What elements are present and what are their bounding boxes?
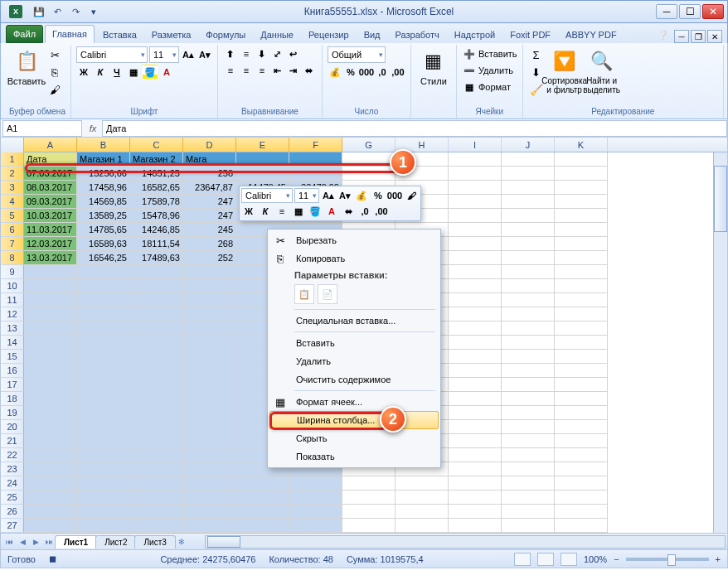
cell[interactable] [449, 152, 502, 167]
ctx-format-cells[interactable]: ▦Формат ячеек... [269, 393, 439, 411]
cell[interactable] [130, 364, 183, 378]
row-header-8[interactable]: 8 [1, 251, 24, 265]
cell[interactable] [502, 265, 555, 279]
cell[interactable] [555, 152, 608, 167]
cell[interactable]: 14851,25 [130, 167, 183, 181]
cell[interactable] [396, 476, 449, 491]
mini-bold[interactable]: Ж [241, 204, 256, 219]
cell[interactable]: 16582,65 [130, 181, 183, 195]
italic-button[interactable]: К [93, 65, 108, 80]
new-sheet-button[interactable]: ✻ [175, 535, 188, 549]
macro-record-icon[interactable]: ◼ [49, 553, 56, 564]
cell[interactable]: 16589,63 [77, 237, 130, 251]
sheet-nav-prev[interactable]: ◀ [16, 535, 29, 549]
column-headers[interactable]: ABCDEFGHIJK [1, 138, 727, 152]
comma-icon[interactable]: 000 [359, 65, 374, 80]
cell[interactable] [77, 420, 130, 434]
cell[interactable] [24, 420, 77, 434]
cell[interactable] [555, 279, 608, 293]
cell[interactable] [555, 167, 608, 181]
cell[interactable] [502, 336, 555, 350]
tab-formulas[interactable]: Формулы [199, 27, 252, 43]
cell[interactable] [77, 434, 130, 448]
cell[interactable] [77, 462, 130, 476]
cell[interactable] [77, 364, 130, 378]
cell[interactable] [24, 279, 77, 293]
cell[interactable]: 23647,87 [183, 181, 236, 195]
cell[interactable]: 15478,96 [130, 209, 183, 223]
cell[interactable] [77, 378, 130, 392]
format-painter-icon[interactable]: 🖌 [46, 81, 63, 98]
cell[interactable] [555, 434, 608, 448]
cell[interactable] [502, 519, 555, 533]
cell[interactable] [502, 223, 555, 237]
cell[interactable] [555, 251, 608, 265]
cell[interactable] [555, 195, 608, 209]
cell[interactable]: 247 [183, 195, 236, 209]
cell[interactable] [342, 491, 396, 505]
cell[interactable] [502, 307, 555, 321]
cell[interactable] [183, 378, 236, 392]
mini-font-combo[interactable]: Calibri [241, 188, 293, 203]
cell[interactable] [555, 364, 608, 378]
cell[interactable] [555, 519, 608, 533]
cell[interactable]: Магазин 2 [130, 152, 183, 167]
autosum-icon[interactable]: Σ [528, 46, 545, 63]
cell[interactable] [77, 406, 130, 420]
orientation-icon[interactable]: ⤢ [270, 46, 285, 61]
cell[interactable] [342, 167, 396, 181]
cell[interactable] [449, 476, 502, 491]
find-select-button[interactable]: 🔍 Найти и выделить [585, 46, 619, 96]
cell[interactable]: 08.03.2017 [24, 181, 77, 195]
inc-decimal-icon[interactable]: ,0 [375, 65, 390, 80]
zoom-level[interactable]: 100% [584, 554, 607, 564]
cell[interactable] [130, 505, 183, 519]
column-header-I[interactable]: I [449, 138, 502, 152]
cell[interactable] [555, 237, 608, 251]
ctx-cut[interactable]: ✂Вырезать [269, 231, 439, 249]
cell[interactable] [502, 392, 555, 406]
row-header-11[interactable]: 11 [1, 293, 24, 307]
cell[interactable] [130, 392, 183, 406]
insert-cells-icon[interactable]: ➕ [462, 46, 477, 61]
cell[interactable] [449, 251, 502, 265]
cell[interactable] [502, 167, 555, 181]
column-header-F[interactable]: F [289, 138, 342, 152]
cell[interactable] [449, 195, 502, 209]
row-header-2[interactable]: 2 [1, 167, 24, 181]
format-cells-label[interactable]: Формат [478, 82, 511, 92]
row-header-9[interactable]: 9 [1, 265, 24, 279]
cell[interactable] [183, 462, 236, 476]
row-header-27[interactable]: 27 [1, 519, 24, 533]
copy-icon[interactable]: ⎘ [46, 64, 63, 80]
cell[interactable] [183, 279, 236, 293]
cell[interactable] [130, 279, 183, 293]
cell[interactable]: 18111,54 [130, 237, 183, 251]
cell[interactable] [24, 350, 77, 364]
cell[interactable]: 07.03.2017 [24, 167, 77, 181]
cell[interactable] [289, 491, 342, 505]
cell[interactable]: 11.03.2017 [24, 223, 77, 237]
cell[interactable] [555, 491, 608, 505]
tab-data[interactable]: Данные [254, 27, 300, 43]
cell[interactable] [555, 307, 608, 321]
column-header-G[interactable]: G [342, 138, 396, 152]
cell[interactable] [183, 448, 236, 462]
format-cells-icon[interactable]: ▦ [462, 80, 477, 94]
cell[interactable] [289, 519, 342, 533]
cell[interactable] [342, 476, 396, 491]
cell[interactable] [449, 223, 502, 237]
cut-icon[interactable]: ✂ [46, 46, 63, 63]
underline-button[interactable]: Ч [109, 65, 124, 80]
row-header-15[interactable]: 15 [1, 350, 24, 364]
cell[interactable] [555, 505, 608, 519]
paste-button[interactable]: 📋 Вставить [9, 46, 44, 88]
undo-icon[interactable]: ↶ [49, 3, 66, 20]
cell[interactable] [502, 476, 555, 491]
cell[interactable] [183, 491, 236, 505]
row-headers[interactable]: 1234567891011121314151617181920212223242… [1, 152, 24, 533]
cell[interactable] [502, 378, 555, 392]
indent-dec-icon[interactable]: ⇤ [270, 63, 285, 78]
cell[interactable] [449, 293, 502, 307]
align-center-icon[interactable]: ≡ [239, 63, 254, 78]
